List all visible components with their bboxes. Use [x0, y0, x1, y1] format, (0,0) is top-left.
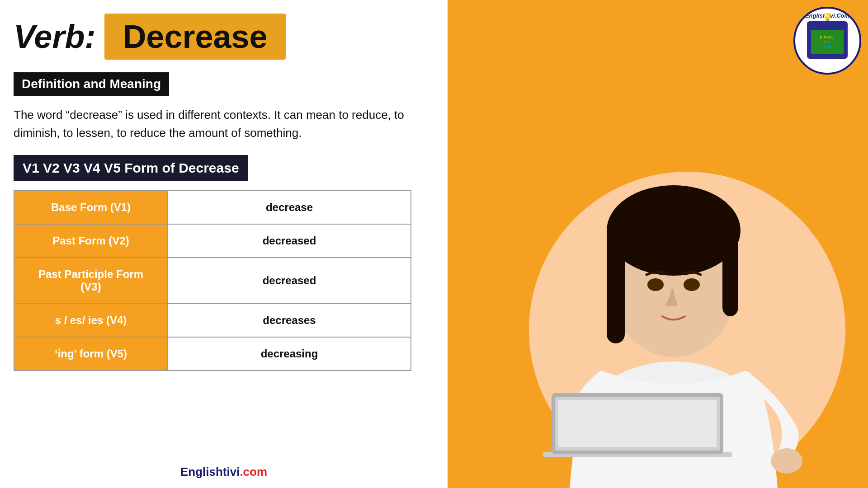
table-row: Past Participle Form (V3)decreased — [14, 258, 411, 304]
row-label: Base Form (V1) — [14, 191, 168, 224]
svg-point-6 — [647, 278, 664, 291]
table-row: Past Form (V2)decreased — [14, 224, 411, 258]
right-panel: Englishtivi.Com 💡 ENGL ENGL SH TVI — [448, 0, 868, 488]
verb-word: Decrease — [123, 19, 267, 55]
row-value: decreases — [168, 304, 411, 337]
row-label: ‘ing’ form (V5) — [14, 337, 168, 371]
row-value: decreased — [168, 258, 411, 304]
person-figure — [479, 45, 868, 488]
verb-label: Verb: — [14, 18, 95, 55]
row-label: s / es/ ies (V4) — [14, 304, 168, 337]
table-row: Base Form (V1)decrease — [14, 191, 411, 224]
verb-title-row: Verb: Decrease — [14, 14, 434, 60]
svg-point-3 — [607, 185, 741, 276]
footer-blue-text: Englishtivi — [180, 465, 240, 479]
svg-point-8 — [771, 448, 802, 474]
forms-heading: V1 V2 V3 V4 V5 Form of Decrease — [14, 155, 248, 181]
row-label: Past Form (V2) — [14, 224, 168, 258]
svg-rect-4 — [607, 226, 625, 343]
left-panel: Verb: Decrease Definition and Meaning Th… — [0, 0, 448, 488]
svg-point-7 — [684, 278, 700, 291]
footer-red-text: .com — [240, 465, 267, 479]
row-label: Past Participle Form (V3) — [14, 258, 168, 304]
table-row: ‘ing’ form (V5)decreasing — [14, 337, 411, 371]
row-value: decreased — [168, 224, 411, 258]
svg-rect-5 — [722, 226, 738, 316]
logo-tv-label: ENGL SH TVI — [807, 25, 848, 59]
logo-circle: Englishtivi.Com 💡 ENGL ENGL SH TVI — [793, 7, 861, 75]
footer: Englishtivi.com — [180, 465, 267, 479]
svg-rect-12 — [558, 400, 717, 447]
definition-text: The word “decrease” is used in different… — [14, 106, 434, 142]
row-value: decreasing — [168, 337, 411, 371]
verb-word-box: Decrease — [104, 14, 285, 60]
row-value: decrease — [168, 191, 411, 224]
table-row: s / es/ ies (V4)decreases — [14, 304, 411, 337]
definition-heading: Definition and Meaning — [14, 72, 169, 96]
logo-inner: Englishtivi.Com 💡 ENGL ENGL SH TVI — [795, 9, 859, 73]
person-svg — [488, 54, 859, 488]
verb-forms-table: Base Form (V1)decreasePast Form (V2)decr… — [14, 190, 411, 371]
